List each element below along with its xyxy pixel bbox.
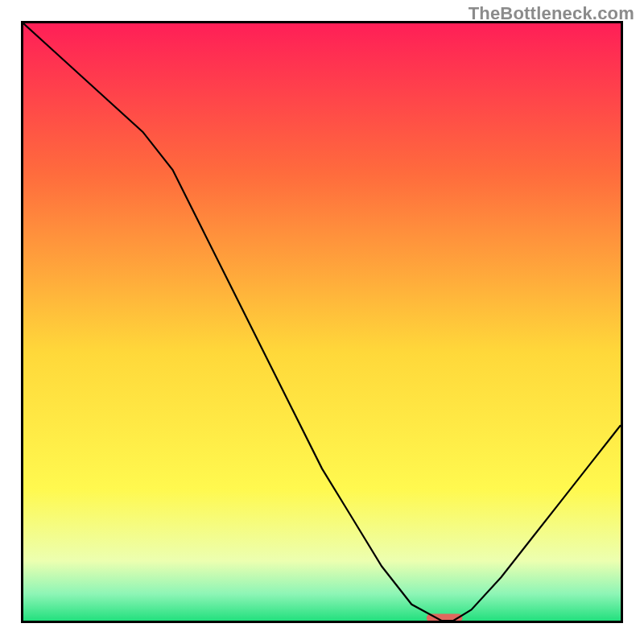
watermark-text: TheBottleneck.com <box>469 3 634 24</box>
chart-svg <box>23 23 621 621</box>
chart-frame <box>21 21 623 623</box>
chart-background <box>23 23 621 621</box>
